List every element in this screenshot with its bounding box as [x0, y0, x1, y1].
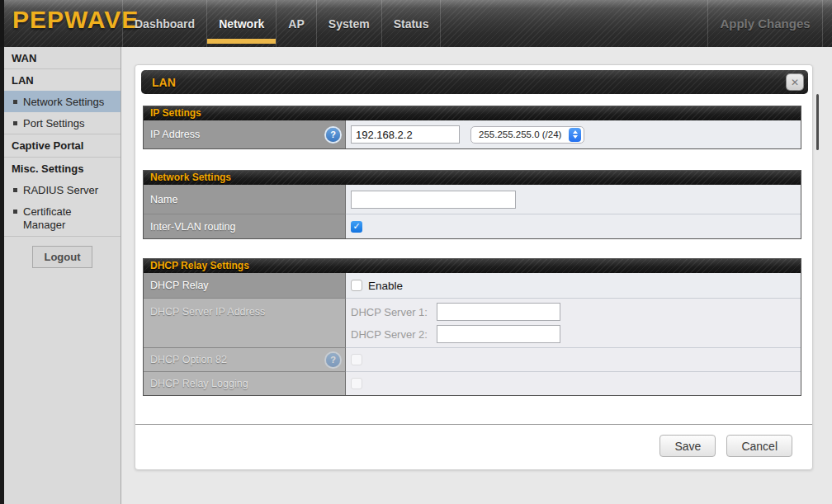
ip-address-input[interactable]	[351, 125, 460, 144]
dhcp-relay-logging-label: DHCP Relay Logging	[144, 371, 346, 395]
dhcp-relay-enable-checkbox[interactable]	[351, 280, 362, 291]
tab-dashboard[interactable]: Dashboard	[122, 0, 206, 47]
dhcp-relay-logging-value-cell	[346, 371, 801, 395]
subnet-mask-select[interactable]: 255.255.255.0 (/24)	[470, 126, 584, 144]
apply-changes-button[interactable]: Apply Changes	[707, 0, 823, 47]
active-tab-underline	[207, 39, 276, 44]
bullet-icon	[13, 188, 17, 192]
dhcp-relay-logging-row: DHCP Relay Logging	[144, 371, 801, 395]
sidebar-item-network-settings[interactable]: Network Settings	[4, 91, 121, 112]
pepwave-admin-page: PEPWAVE Dashboard Network AP System Stat…	[0, 0, 832, 504]
name-value-cell	[346, 185, 801, 214]
dhcp-relay-value-cell: Enable	[346, 273, 801, 298]
ip-address-label: IP Address ?	[144, 120, 346, 148]
cancel-button[interactable]: Cancel	[726, 435, 792, 457]
ip-address-row: IP Address ? 255.255.255.0 (/24)	[144, 120, 801, 148]
help-icon[interactable]: ?	[326, 353, 340, 367]
tab-network[interactable]: Network	[206, 0, 276, 47]
dhcp-server-ip-row: DHCP Server IP Address DHCP Server 1: DH…	[144, 298, 801, 347]
panel-title: LAN	[141, 76, 176, 89]
ip-address-value-cell: 255.255.255.0 (/24)	[346, 120, 801, 148]
dhcp-relay-header: DHCP Relay Settings	[144, 259, 801, 273]
lan-panel: LAN ✕ IP Settings IP Address ? 255.255.2…	[135, 64, 813, 470]
bullet-icon	[13, 121, 17, 125]
footer-buttons: Save Cancel	[659, 435, 792, 457]
dhcp-server-2-label: DHCP Server 2:	[351, 328, 437, 341]
nav-tabs: Dashboard Network AP System Status	[122, 0, 441, 47]
sidebar-item-wan[interactable]: WAN	[4, 47, 121, 69]
logout-area: Logout	[4, 237, 121, 268]
tab-status[interactable]: Status	[381, 0, 442, 47]
dhcp-relay-logging-checkbox[interactable]	[351, 378, 362, 389]
dhcp-server-1-label: DHCP Server 1:	[351, 306, 437, 318]
tab-system[interactable]: System	[316, 0, 381, 47]
dhcp-relay-label: DHCP Relay	[144, 273, 346, 298]
sidebar-item-captive-portal[interactable]: Captive Portal	[4, 134, 121, 158]
top-nav-bar: PEPWAVE Dashboard Network AP System Stat…	[0, 0, 832, 47]
scrollbar-thumb[interactable]	[816, 94, 819, 150]
select-stepper-icon	[569, 128, 581, 142]
inter-vlan-row: Inter-VLAN routing ✓	[144, 214, 801, 238]
network-settings-table: Network Settings Name Inter-VLAN routing…	[143, 170, 801, 239]
logout-button[interactable]: Logout	[32, 246, 92, 268]
tab-ap[interactable]: AP	[276, 0, 315, 47]
dhcp-server-ip-label: DHCP Server IP Address	[144, 298, 346, 347]
close-icon[interactable]: ✕	[787, 74, 803, 90]
name-label: Name	[144, 185, 346, 214]
ip-settings-header: IP Settings	[144, 106, 801, 120]
sidebar-item-misc-settings[interactable]: Misc. Settings	[4, 158, 121, 180]
save-button[interactable]: Save	[659, 435, 716, 457]
dhcp-server-2-input[interactable]	[437, 325, 560, 343]
sidebar-item-port-settings[interactable]: Port Settings	[4, 112, 121, 134]
dhcp-server-2-line: DHCP Server 2:	[351, 323, 560, 346]
sidebar: WAN LAN Network Settings Port Settings C…	[4, 47, 121, 504]
sidebar-item-radius-server[interactable]: RADIUS Server	[4, 180, 121, 200]
inter-vlan-checkbox[interactable]: ✓	[351, 221, 362, 233]
inter-vlan-label: Inter-VLAN routing	[144, 214, 346, 238]
dhcp-option-82-label: DHCP Option 82 ?	[144, 347, 346, 371]
bullet-icon	[13, 100, 17, 104]
lan-panel-header: LAN ✕	[141, 70, 808, 94]
dhcp-option-82-value-cell	[346, 347, 801, 371]
dhcp-server-ip-value-cell: DHCP Server 1: DHCP Server 2:	[346, 298, 801, 347]
footer-divider	[135, 424, 812, 425]
sidebar-item-lan[interactable]: LAN	[4, 69, 121, 91]
name-row: Name	[144, 185, 801, 214]
bullet-icon	[13, 210, 17, 214]
name-input[interactable]	[351, 191, 516, 209]
ip-settings-table: IP Settings IP Address ? 255.255.255.0 (…	[143, 106, 801, 149]
dhcp-server-1-line: DHCP Server 1:	[351, 301, 560, 323]
dhcp-relay-row: DHCP Relay Enable	[144, 273, 801, 298]
dhcp-relay-table: DHCP Relay Settings DHCP Relay Enable DH…	[143, 258, 801, 396]
dhcp-option-82-row: DHCP Option 82 ?	[144, 347, 801, 371]
network-settings-header: Network Settings	[144, 171, 801, 185]
dhcp-server-1-input[interactable]	[437, 303, 560, 321]
enable-label: Enable	[368, 280, 403, 292]
pepwave-logo: PEPWAVE	[12, 6, 139, 34]
help-icon[interactable]: ?	[326, 128, 340, 142]
sidebar-item-certificate-manager[interactable]: Certificate Manager	[4, 200, 121, 237]
dhcp-option-82-checkbox[interactable]	[351, 354, 362, 365]
content-area: LAN ✕ IP Settings IP Address ? 255.255.2…	[122, 47, 832, 504]
inter-vlan-value-cell: ✓	[346, 214, 801, 238]
